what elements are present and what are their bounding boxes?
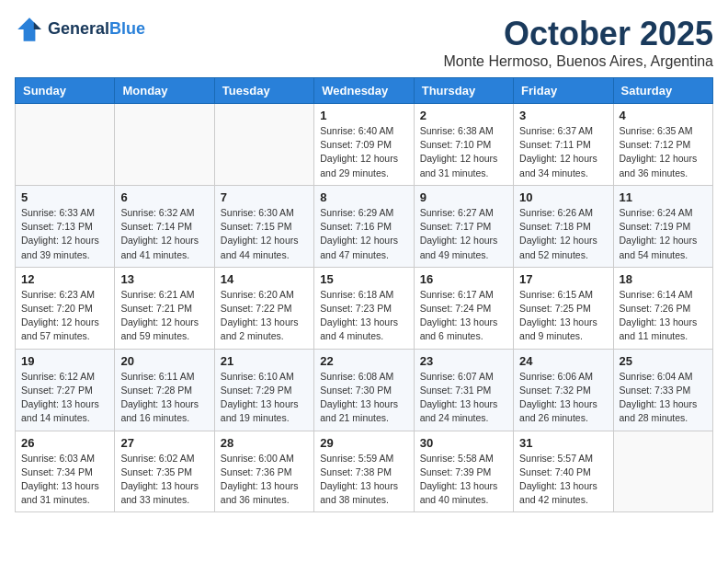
day-number: 20	[120, 354, 208, 368]
calendar-cell: 14Sunrise: 6:20 AM Sunset: 7:22 PM Dayli…	[214, 267, 313, 349]
day-number: 15	[320, 272, 407, 286]
calendar-cell: 15Sunrise: 6:18 AM Sunset: 7:23 PM Dayli…	[314, 267, 414, 349]
day-info: Sunrise: 6:04 AM Sunset: 7:33 PM Dayligh…	[620, 370, 707, 426]
weekday-header-row: SundayMondayTuesdayWednesdayThursdayFrid…	[16, 78, 713, 104]
calendar-cell: 7Sunrise: 6:30 AM Sunset: 7:15 PM Daylig…	[214, 185, 313, 267]
day-info: Sunrise: 6:18 AM Sunset: 7:23 PM Dayligh…	[320, 288, 407, 344]
day-info: Sunrise: 6:35 AM Sunset: 7:12 PM Dayligh…	[620, 124, 707, 180]
day-info: Sunrise: 6:24 AM Sunset: 7:19 PM Dayligh…	[620, 206, 707, 262]
calendar-table: SundayMondayTuesdayWednesdayThursdayFrid…	[15, 77, 713, 512]
day-number: 25	[620, 354, 707, 368]
day-info: Sunrise: 6:27 AM Sunset: 7:17 PM Dayligh…	[420, 206, 507, 262]
day-number: 24	[519, 354, 607, 368]
day-number: 14	[221, 272, 308, 286]
day-info: Sunrise: 6:00 AM Sunset: 7:36 PM Dayligh…	[221, 452, 308, 508]
day-info: Sunrise: 6:26 AM Sunset: 7:18 PM Dayligh…	[519, 206, 607, 262]
calendar-cell: 31Sunrise: 5:57 AM Sunset: 7:40 PM Dayli…	[514, 431, 613, 512]
logo-text: GeneralBlue	[48, 20, 145, 39]
calendar-cell: 12Sunrise: 6:23 AM Sunset: 7:20 PM Dayli…	[16, 267, 115, 349]
day-info: Sunrise: 6:29 AM Sunset: 7:16 PM Dayligh…	[320, 206, 407, 262]
day-number: 18	[620, 272, 707, 286]
day-info: Sunrise: 6:23 AM Sunset: 7:20 PM Dayligh…	[21, 288, 108, 344]
day-info: Sunrise: 6:32 AM Sunset: 7:14 PM Dayligh…	[120, 206, 208, 262]
weekday-header-wednesday: Wednesday	[314, 78, 414, 104]
page-header: GeneralBlue October 2025 Monte Hermoso, …	[15, 15, 713, 70]
day-info: Sunrise: 6:20 AM Sunset: 7:22 PM Dayligh…	[221, 288, 308, 344]
day-number: 2	[420, 109, 507, 122]
day-number: 30	[420, 436, 507, 450]
day-number: 17	[519, 272, 607, 286]
day-number: 10	[519, 190, 607, 204]
day-number: 16	[420, 272, 507, 286]
day-number: 7	[221, 190, 308, 204]
day-number: 8	[320, 190, 407, 204]
calendar-cell: 1Sunrise: 6:40 AM Sunset: 7:09 PM Daylig…	[314, 104, 414, 186]
calendar-week-row: 1Sunrise: 6:40 AM Sunset: 7:09 PM Daylig…	[16, 104, 713, 186]
calendar-cell: 9Sunrise: 6:27 AM Sunset: 7:17 PM Daylig…	[414, 185, 513, 267]
day-info: Sunrise: 6:12 AM Sunset: 7:27 PM Dayligh…	[21, 370, 108, 426]
day-number: 4	[620, 109, 707, 122]
logo-icon	[15, 15, 44, 44]
day-info: Sunrise: 6:14 AM Sunset: 7:26 PM Dayligh…	[620, 288, 707, 344]
day-number: 19	[21, 354, 108, 368]
svg-marker-1	[34, 22, 41, 29]
day-number: 1	[320, 109, 407, 122]
calendar-cell: 4Sunrise: 6:35 AM Sunset: 7:12 PM Daylig…	[613, 104, 712, 186]
day-number: 9	[420, 190, 507, 204]
day-number: 13	[120, 272, 208, 286]
day-info: Sunrise: 6:02 AM Sunset: 7:35 PM Dayligh…	[120, 452, 208, 508]
weekday-header-sunday: Sunday	[16, 78, 115, 104]
calendar-cell: 13Sunrise: 6:21 AM Sunset: 7:21 PM Dayli…	[115, 267, 214, 349]
day-number: 12	[21, 272, 108, 286]
calendar-cell: 2Sunrise: 6:38 AM Sunset: 7:10 PM Daylig…	[414, 104, 513, 186]
calendar-cell: 28Sunrise: 6:00 AM Sunset: 7:36 PM Dayli…	[214, 431, 313, 512]
calendar-cell: 16Sunrise: 6:17 AM Sunset: 7:24 PM Dayli…	[414, 267, 513, 349]
day-info: Sunrise: 6:40 AM Sunset: 7:09 PM Dayligh…	[320, 124, 407, 180]
calendar-cell: 23Sunrise: 6:07 AM Sunset: 7:31 PM Dayli…	[414, 349, 513, 431]
day-number: 6	[120, 190, 208, 204]
calendar-cell: 21Sunrise: 6:10 AM Sunset: 7:29 PM Dayli…	[214, 349, 313, 431]
day-info: Sunrise: 5:58 AM Sunset: 7:39 PM Dayligh…	[420, 452, 507, 508]
day-info: Sunrise: 6:38 AM Sunset: 7:10 PM Dayligh…	[420, 124, 507, 180]
calendar-cell: 29Sunrise: 5:59 AM Sunset: 7:38 PM Dayli…	[314, 431, 414, 512]
day-number: 23	[420, 354, 507, 368]
weekday-header-tuesday: Tuesday	[214, 78, 313, 104]
calendar-cell: 25Sunrise: 6:04 AM Sunset: 7:33 PM Dayli…	[613, 349, 712, 431]
day-info: Sunrise: 6:10 AM Sunset: 7:29 PM Dayligh…	[221, 370, 308, 426]
calendar-cell: 17Sunrise: 6:15 AM Sunset: 7:25 PM Dayli…	[514, 267, 613, 349]
day-number: 27	[120, 436, 208, 450]
title-block: October 2025 Monte Hermoso, Buenos Aires…	[444, 15, 714, 70]
calendar-cell: 24Sunrise: 6:06 AM Sunset: 7:32 PM Dayli…	[514, 349, 613, 431]
day-number: 21	[221, 354, 308, 368]
day-number: 29	[320, 436, 407, 450]
calendar-cell: 22Sunrise: 6:08 AM Sunset: 7:30 PM Dayli…	[314, 349, 414, 431]
calendar-cell	[16, 104, 115, 186]
day-info: Sunrise: 6:06 AM Sunset: 7:32 PM Dayligh…	[519, 370, 607, 426]
weekday-header-saturday: Saturday	[613, 78, 712, 104]
location: Monte Hermoso, Buenos Aires, Argentina	[444, 53, 714, 70]
weekday-header-friday: Friday	[514, 78, 613, 104]
calendar-cell: 10Sunrise: 6:26 AM Sunset: 7:18 PM Dayli…	[514, 185, 613, 267]
day-info: Sunrise: 6:08 AM Sunset: 7:30 PM Dayligh…	[320, 370, 407, 426]
calendar-week-row: 26Sunrise: 6:03 AM Sunset: 7:34 PM Dayli…	[16, 431, 713, 512]
day-info: Sunrise: 6:21 AM Sunset: 7:21 PM Dayligh…	[120, 288, 208, 344]
calendar-cell: 26Sunrise: 6:03 AM Sunset: 7:34 PM Dayli…	[16, 431, 115, 512]
calendar-cell	[613, 431, 712, 512]
day-info: Sunrise: 6:07 AM Sunset: 7:31 PM Dayligh…	[420, 370, 507, 426]
calendar-cell: 18Sunrise: 6:14 AM Sunset: 7:26 PM Dayli…	[613, 267, 712, 349]
weekday-header-thursday: Thursday	[414, 78, 513, 104]
day-info: Sunrise: 6:30 AM Sunset: 7:15 PM Dayligh…	[221, 206, 308, 262]
day-info: Sunrise: 6:17 AM Sunset: 7:24 PM Dayligh…	[420, 288, 507, 344]
day-number: 26	[21, 436, 108, 450]
day-number: 3	[519, 109, 607, 122]
day-info: Sunrise: 6:15 AM Sunset: 7:25 PM Dayligh…	[519, 288, 607, 344]
calendar-cell	[214, 104, 313, 186]
logo: GeneralBlue	[15, 15, 145, 44]
day-info: Sunrise: 6:33 AM Sunset: 7:13 PM Dayligh…	[21, 206, 108, 262]
month-title: October 2025	[444, 15, 714, 53]
calendar-cell: 6Sunrise: 6:32 AM Sunset: 7:14 PM Daylig…	[115, 185, 214, 267]
calendar-cell: 5Sunrise: 6:33 AM Sunset: 7:13 PM Daylig…	[16, 185, 115, 267]
calendar-week-row: 12Sunrise: 6:23 AM Sunset: 7:20 PM Dayli…	[16, 267, 713, 349]
calendar-cell: 3Sunrise: 6:37 AM Sunset: 7:11 PM Daylig…	[514, 104, 613, 186]
day-number: 11	[620, 190, 707, 204]
